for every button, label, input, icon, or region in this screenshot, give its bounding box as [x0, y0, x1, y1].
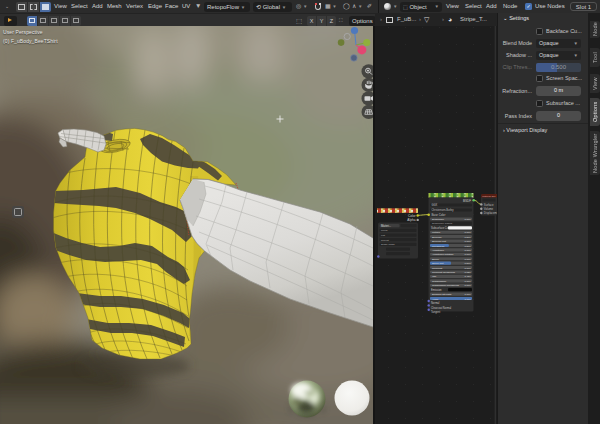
- svg-text:GGX: GGX: [432, 203, 438, 207]
- svg-text:0.500: 0.500: [465, 245, 472, 248]
- svg-text:IOR: IOR: [432, 275, 437, 278]
- svg-text:0.000: 0.000: [465, 253, 472, 256]
- svg-text:Sheen Tint: Sheen Tint: [432, 262, 444, 265]
- svg-text:0.500: 0.500: [465, 262, 472, 265]
- svg-text:Emission Strength: Emission Strength: [432, 293, 452, 296]
- svg-text:1.450: 1.450: [465, 275, 472, 278]
- svg-text:Specular: Specular: [432, 236, 442, 239]
- svg-text:Christensen-Burley: Christensen-Burley: [432, 208, 455, 212]
- svg-text:Sheen: Sheen: [432, 258, 440, 261]
- svg-text:0.000: 0.000: [465, 218, 472, 221]
- svg-text:Subsurface: Subsurface: [432, 218, 445, 221]
- svg-text:Material Out: Material Out: [482, 195, 495, 198]
- svg-text:1.000: 1.000: [465, 298, 472, 301]
- svg-text:0.500: 0.500: [465, 236, 472, 239]
- svg-text:Roughness: Roughness: [432, 245, 445, 248]
- svg-text:Subsurface Radius: Subsurface Radius: [432, 222, 453, 225]
- svg-text:0.000: 0.000: [465, 284, 472, 287]
- svg-text:Specular Tint: Specular Tint: [432, 240, 446, 243]
- svg-text:Metallic: Metallic: [432, 231, 441, 234]
- svg-text:Clearcoat Normal: Clearcoat Normal: [431, 306, 452, 310]
- svg-text:0.000: 0.000: [465, 231, 472, 234]
- svg-text:0.000: 0.000: [465, 258, 472, 261]
- svg-text:Tangent: Tangent: [431, 310, 441, 314]
- svg-text:0.030: 0.030: [465, 271, 472, 274]
- svg-text:Single Image: Single Image: [381, 243, 396, 246]
- svg-text:Displacem...: Displacem...: [484, 211, 497, 215]
- svg-text:Base Color: Base Color: [432, 213, 446, 217]
- svg-text:Anisotropic: Anisotropic: [432, 249, 445, 252]
- svg-text:Clearcoat Roughness: Clearcoat Roughness: [432, 271, 456, 274]
- svg-text:Alpha: Alpha: [432, 298, 439, 301]
- svg-text:Materi...: Materi...: [381, 224, 391, 228]
- svg-text:Anisotropic Rotation: Anisotropic Rotation: [432, 253, 454, 256]
- svg-text:0.000: 0.000: [465, 267, 472, 270]
- svg-text:Repeat: Repeat: [381, 239, 389, 242]
- svg-text:Flat: Flat: [381, 234, 385, 237]
- svg-text:Clearcoat: Clearcoat: [432, 267, 443, 270]
- svg-text:Normal: Normal: [431, 301, 440, 305]
- svg-text:Transmission: Transmission: [432, 280, 447, 283]
- svg-text:Linear: Linear: [381, 229, 388, 232]
- svg-text:Transmission Roughness: Transmission Roughness: [432, 284, 460, 287]
- svg-text:0.000: 0.000: [465, 280, 472, 283]
- svg-text:Alpha: Alpha: [407, 218, 415, 222]
- svg-text:0.000: 0.000: [465, 240, 472, 243]
- svg-text:0.000: 0.000: [465, 249, 472, 252]
- svg-text:BSDF: BSDF: [463, 199, 471, 203]
- svg-text:Emission: Emission: [431, 288, 442, 292]
- svg-text:1.000: 1.000: [465, 293, 472, 296]
